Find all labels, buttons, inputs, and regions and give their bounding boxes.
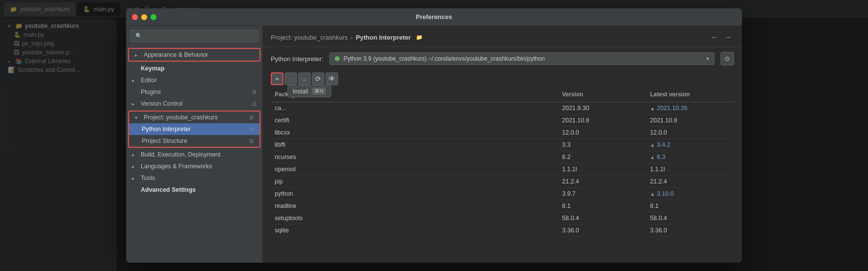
nav-forward-button[interactable]: → bbox=[722, 32, 734, 43]
cell-latest: ▲ 3.10.0 bbox=[646, 188, 734, 200]
chevron-right-icon: ▸ bbox=[135, 52, 141, 58]
preferences-dialog: Preferences 🔍 ▸ Appearance bbox=[126, 19, 742, 263]
cell-package: openssl bbox=[271, 163, 558, 175]
nav-item-advanced[interactable]: Advanced Settings bbox=[126, 184, 262, 196]
cell-latest: 8.1 bbox=[646, 200, 734, 212]
upgrade-arrow-icon: ▲ bbox=[650, 155, 655, 160]
shortcut-badge: ⌘N bbox=[312, 88, 326, 95]
plugin-icon: ☰ bbox=[249, 115, 254, 120]
interpreter-value: Python 3.9 (youtube_crashkurs) ~/.conda/… bbox=[344, 55, 702, 62]
nav-item-label: Version Control bbox=[141, 100, 182, 107]
table-row: libcxx 12.0.0 12.0.0 bbox=[271, 127, 734, 139]
cell-version: 6.2 bbox=[558, 151, 646, 163]
cell-latest: 58.0.4 bbox=[646, 212, 734, 224]
settings-nav: ▸ Appearance & Behavior Keymap ▸ Editor bbox=[126, 46, 262, 263]
nav-item-python-interpreter[interactable]: Python Interpreter ☰ bbox=[129, 123, 260, 135]
nav-item-version-control[interactable]: ▸ Version Control ☰ bbox=[126, 98, 262, 110]
nav-back-button[interactable]: ← bbox=[709, 32, 720, 43]
table-row: ca... 2021.9.30 ▲ 2021.10.26 bbox=[271, 102, 734, 114]
interpreter-select[interactable]: Python 3.9 (youtube_crashkurs) ~/.conda/… bbox=[329, 52, 715, 65]
plugin-icon: ☰ bbox=[249, 138, 254, 144]
interpreter-status-dot bbox=[335, 56, 340, 61]
settings-sidebar: 🔍 ▸ Appearance & Behavior bbox=[126, 26, 263, 263]
maximize-button[interactable] bbox=[151, 19, 156, 20]
cell-package: setuptools bbox=[271, 212, 558, 224]
cell-version: 2021.9.30 bbox=[558, 102, 646, 114]
cell-package: ncurses bbox=[271, 151, 558, 163]
table-row: setuptools 58.0.4 58.0.4 bbox=[271, 212, 734, 225]
modal-overlay: Preferences 🔍 ▸ Appearance bbox=[0, 19, 868, 271]
interpreter-label: Python Interpreter: bbox=[271, 55, 324, 63]
nav-item-languages[interactable]: ▸ Languages & Frameworks bbox=[126, 160, 262, 172]
add-package-button[interactable]: + bbox=[271, 72, 283, 85]
chevron-right-icon: ▸ bbox=[132, 78, 138, 83]
up-arrow-icon: ▲ bbox=[301, 75, 308, 83]
nav-item-editor[interactable]: ▸ Editor bbox=[126, 74, 262, 86]
cell-package: certifi bbox=[271, 114, 558, 126]
nav-item-label: Project Structure bbox=[142, 137, 187, 144]
nav-item-project[interactable]: ▾ Project: youtube_crashkurs ☰ bbox=[129, 112, 260, 123]
ide-body: ▾ 📁 youtube_crashkurs 🐍 main.py 🖼 ps_log… bbox=[0, 19, 868, 271]
breadcrumb-project: Project: youtube_crashkurs bbox=[271, 34, 348, 41]
cell-package: libffi bbox=[271, 139, 558, 151]
cell-package: python bbox=[271, 188, 558, 200]
nav-item-label: Plugins bbox=[141, 89, 161, 95]
nav-item-label: Build, Execution, Deployment bbox=[141, 151, 220, 158]
nav-item-label: Appearance & Behavior bbox=[144, 51, 208, 58]
upgrade-arrow-icon: ▲ bbox=[650, 142, 655, 148]
settings-content: Project: youtube_crashkurs › Python Inte… bbox=[263, 26, 742, 263]
interpreter-gear-button[interactable]: ⚙ bbox=[720, 52, 734, 66]
chevron-right-icon: ▸ bbox=[132, 152, 138, 158]
breadcrumb-arrow: › bbox=[351, 34, 353, 41]
table-row: pip 21.2.4 21.2.4 bbox=[271, 176, 734, 188]
table-row: libffi 3.3 ▲ 3.4.2 bbox=[271, 139, 734, 151]
search-box[interactable]: 🔍 bbox=[130, 30, 259, 42]
minimize-button[interactable] bbox=[141, 19, 147, 20]
plugin-icon: ☰ bbox=[249, 127, 254, 132]
cell-version: 1.1.1l bbox=[558, 163, 646, 175]
close-button[interactable] bbox=[132, 19, 138, 20]
nav-item-label: Advanced Settings bbox=[141, 186, 196, 193]
col-version: Version bbox=[558, 89, 646, 100]
cell-latest: ▲ 2021.10.26 bbox=[646, 102, 734, 114]
chevron-down-icon: ▾ bbox=[706, 55, 709, 62]
nav-item-tools[interactable]: ▸ Tools bbox=[126, 172, 262, 184]
search-icon: 🔍 bbox=[135, 33, 142, 39]
cell-version: 58.0.4 bbox=[558, 212, 646, 224]
cell-latest: 3.36.0 bbox=[646, 225, 734, 236]
nav-item-plugins[interactable]: Plugins ☰ bbox=[126, 86, 262, 98]
eye-button[interactable]: 👁 bbox=[326, 72, 338, 85]
nav-item-project-structure[interactable]: Project Structure ☰ bbox=[129, 135, 260, 147]
cell-package: pip bbox=[271, 176, 558, 187]
nav-item-label: Languages & Frameworks bbox=[141, 163, 212, 170]
cell-package: libcxx bbox=[271, 127, 558, 138]
package-table: Package Version Latest version ca... 202… bbox=[271, 87, 734, 263]
up-package-button[interactable]: ▲ bbox=[298, 72, 311, 85]
cell-latest: 1.1.1l bbox=[646, 163, 734, 175]
dialog-body: 🔍 ▸ Appearance & Behavior bbox=[126, 26, 742, 263]
cell-latest: 2021.10.8 bbox=[646, 114, 734, 126]
package-toolbar: + − ▲ ⟳ 👁 bbox=[263, 70, 742, 87]
cell-version: 3.9.7 bbox=[558, 188, 646, 200]
plugin-icon: ☰ bbox=[252, 101, 257, 107]
breadcrumb: Project: youtube_crashkurs › Python Inte… bbox=[271, 34, 423, 41]
nav-item-appearance[interactable]: ▸ Appearance & Behavior bbox=[129, 49, 260, 61]
chevron-right-icon: ▸ bbox=[132, 164, 138, 169]
cell-version: 2021.10.8 bbox=[558, 114, 646, 126]
install-tooltip: Install ⌘N bbox=[287, 85, 331, 97]
col-latest: Latest version bbox=[646, 89, 734, 100]
tooltip-label: Install bbox=[293, 88, 308, 95]
refresh-button[interactable]: ⟳ bbox=[312, 72, 325, 85]
nav-item-label: Keymap bbox=[141, 65, 165, 72]
cell-version: 12.0.0 bbox=[558, 127, 646, 138]
nav-item-keymap[interactable]: Keymap bbox=[126, 63, 262, 74]
remove-package-button[interactable]: − bbox=[284, 72, 297, 85]
dialog-title: Preferences bbox=[416, 19, 452, 21]
minus-icon: − bbox=[289, 75, 293, 83]
cell-version: 21.2.4 bbox=[558, 176, 646, 187]
nav-item-build[interactable]: ▸ Build, Execution, Deployment bbox=[126, 149, 262, 160]
cell-version: 3.36.0 bbox=[558, 225, 646, 236]
chevron-right-icon: ▸ bbox=[132, 101, 138, 107]
eye-icon: 👁 bbox=[328, 75, 335, 83]
refresh-icon: ⟳ bbox=[315, 75, 321, 83]
